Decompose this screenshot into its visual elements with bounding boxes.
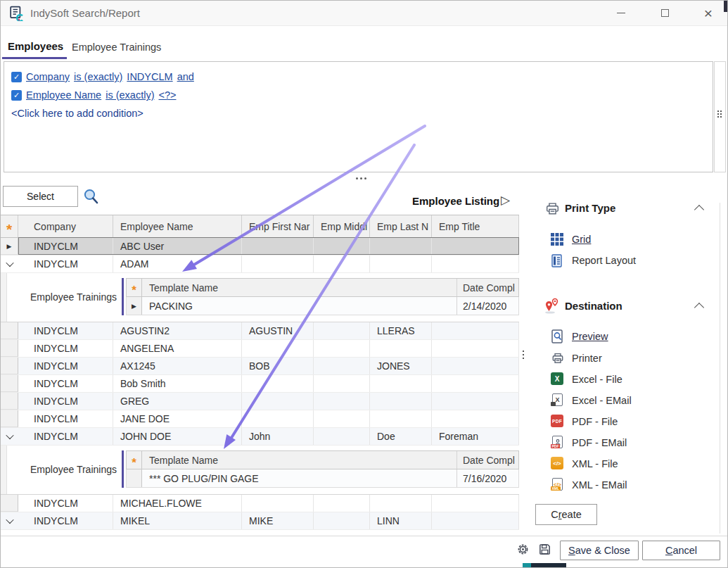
collapse-print-type-icon[interactable] [694, 205, 704, 215]
cell-last [370, 340, 432, 357]
collapse-row-toggle[interactable] [1, 512, 18, 529]
table-row[interactable]: INDYCLM MICHAEL.FLOWE [1, 495, 519, 512]
title-bar: IndySoft Search/Report × [1, 1, 727, 26]
table-row[interactable]: INDYCLM ANGELENA [1, 340, 519, 358]
save-and-close-button[interactable]: Save & Close [560, 541, 639, 560]
tab-employee-trainings[interactable]: Employee Trainings [72, 42, 161, 53]
column-header-template-name[interactable]: Template Name [142, 279, 457, 296]
cell-company: INDYCLM [18, 340, 113, 357]
vertical-splitter-handle[interactable] [523, 351, 524, 359]
destination-option-printer[interactable]: Printer [572, 353, 602, 364]
condition-operator-link[interactable]: is (exactly) [74, 71, 122, 82]
column-header-date-completed[interactable]: Date Compl [457, 279, 518, 296]
drag-dots-icon [717, 111, 722, 118]
collapse-row-toggle[interactable] [1, 255, 18, 272]
destination-option-preview[interactable]: Preview [572, 331, 608, 342]
report-layout-icon[interactable] [551, 254, 564, 267]
required-column-header[interactable]: * [1, 215, 18, 237]
condition-value-link[interactable]: <?> [158, 89, 176, 101]
print-type-option-report-layout[interactable]: Report Layout [572, 255, 636, 266]
column-header-middle-name[interactable]: Emp Middl [314, 215, 370, 237]
printer-small-icon[interactable] [551, 351, 563, 364]
destination-option-xml-file[interactable]: XML - File [572, 458, 618, 469]
condition-panel-handle[interactable] [714, 61, 726, 172]
maximize-icon [661, 9, 669, 17]
collapse-destination-icon[interactable] [694, 303, 704, 313]
pdf-email-icon[interactable]: PDF [551, 436, 564, 448]
print-type-option-grid[interactable]: Grid [572, 234, 591, 245]
select-button[interactable]: Select [3, 186, 78, 207]
save-settings-icon[interactable] [538, 543, 551, 559]
condition-field-link[interactable]: Company [26, 71, 70, 82]
table-row[interactable]: INDYCLM AX1245 BOB JONES [1, 358, 519, 375]
table-row-expanded[interactable]: INDYCLM JOHN DOE John Doe Foreman [1, 428, 519, 446]
table-row[interactable]: INDYCLM AGUSTIN2 AGUSTIN LLERAS [1, 322, 519, 340]
column-header-template-name[interactable]: Template Name [142, 451, 457, 469]
condition-checkbox[interactable]: ✓ [11, 90, 22, 101]
printer-icon [544, 201, 561, 219]
table-row-expanded[interactable]: INDYCLM MIKEL MIKE LINN [1, 512, 519, 530]
run-listing-icon[interactable]: ▷ [501, 193, 510, 208]
cell-first [242, 238, 314, 255]
table-row[interactable]: INDYCLM GREG [1, 393, 519, 410]
cell-middle [314, 375, 370, 392]
condition-value-link[interactable]: INDYCLM [127, 71, 172, 82]
cell-last [370, 238, 432, 255]
column-header-date-completed[interactable]: Date Compl [457, 451, 518, 469]
excel-email-icon[interactable]: X [551, 393, 564, 406]
settings-gear-icon[interactable] [516, 543, 530, 559]
column-header-first-name[interactable]: Emp First Nar [242, 215, 314, 237]
table-row[interactable]: INDYCLM Bob Smith [1, 375, 519, 393]
cell-middle [314, 322, 370, 339]
preview-icon[interactable] [551, 329, 564, 342]
add-condition-link[interactable]: <Click here to add condition> [11, 108, 143, 119]
cell-middle [314, 393, 370, 410]
column-header-employee-name[interactable]: Employee Name [113, 215, 242, 237]
horizontal-splitter-handle[interactable] [356, 177, 366, 179]
maximize-button[interactable] [651, 1, 679, 25]
cell-name: ANGELENA [113, 340, 242, 357]
cell-first [242, 393, 314, 410]
indicator-strip [1, 446, 7, 494]
minimize-button[interactable] [607, 1, 635, 25]
create-button[interactable]: Create [535, 504, 597, 525]
cancel-button[interactable]: Cancel [642, 541, 720, 560]
subgrid-row[interactable]: ▶ PACKING 2/14/2020 [126, 297, 519, 315]
condition-panel: ✓ Company is (exactly) INDYCLM and ✓ Emp… [4, 61, 713, 172]
xml-file-icon[interactable]: </> [551, 457, 563, 469]
column-header-last-name[interactable]: Emp Last N [370, 215, 432, 237]
cell-first [242, 340, 314, 357]
row-indicator [1, 393, 18, 410]
destination-option-excel-email[interactable]: Excel - EMail [572, 395, 632, 406]
search-icon[interactable] [82, 187, 101, 209]
destination-option-pdf-file[interactable]: PDF - File [572, 416, 618, 427]
destination-option-xml-email[interactable]: XML - EMail [572, 479, 627, 491]
table-row-selected[interactable]: ▶ INDYCLM ABC User [1, 238, 519, 255]
column-header-title[interactable]: Emp Title [432, 215, 519, 237]
condition-checkbox[interactable]: ✓ [11, 72, 22, 82]
table-row[interactable]: INDYCLM JANE DOE [1, 410, 519, 428]
close-button[interactable]: × [694, 1, 722, 25]
grid-view-icon[interactable] [551, 233, 563, 246]
collapse-row-toggle[interactable] [1, 428, 18, 445]
pdf-file-icon[interactable]: PDF [551, 415, 563, 427]
cell-last [370, 375, 432, 392]
row-indicator [1, 410, 18, 427]
destination-option-excel-file[interactable]: Excel - File [572, 374, 622, 385]
condition-conjunction-link[interactable]: and [177, 71, 194, 82]
required-column-header[interactable]: * [127, 451, 142, 469]
chevron-down-icon [6, 516, 13, 524]
cell-first [242, 410, 314, 427]
column-header-company[interactable]: Company [18, 215, 113, 237]
condition-operator-link[interactable]: is (exactly) [106, 89, 154, 101]
detail-panel-label: Employee Trainings [25, 450, 122, 488]
subgrid-row[interactable]: *** GO PLUG/PIN GAGE 7/16/2020 [126, 469, 519, 488]
required-column-header[interactable]: * [127, 279, 142, 296]
table-row-expanded[interactable]: INDYCLM ADAM [1, 255, 519, 273]
condition-field-link[interactable]: Employee Name [26, 89, 101, 101]
tab-employees[interactable]: Employees [8, 40, 63, 52]
xml-email-icon[interactable]: </>XML [551, 478, 564, 491]
destination-option-pdf-email[interactable]: PDF - EMail [572, 437, 627, 448]
excel-file-icon[interactable]: X [551, 372, 563, 385]
cell-last: Doe [370, 428, 432, 445]
